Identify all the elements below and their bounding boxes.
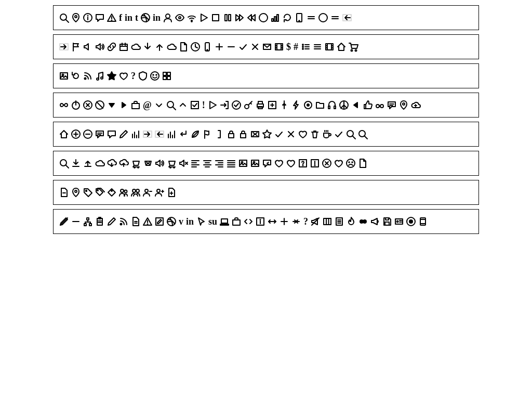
exit-icon [219,100,230,110]
briefcase-icon [231,216,242,227]
disc-icon [406,216,416,227]
flag-icon [71,42,81,52]
icon-row-1: fintin [53,5,479,30]
download-icon [71,158,81,168]
arrow-up-thick-icon [154,42,165,52]
document-plus-icon [166,187,177,198]
megaphone-off-icon [310,216,321,227]
chat-reply-icon [262,158,272,168]
chat-lines-icon [95,129,105,139]
pushpin-icon [279,100,289,110]
arrow-left-box-icon [342,12,352,23]
play-triangle-icon [198,12,209,23]
check-icon [274,129,284,139]
cart-handle-icon [130,158,141,168]
map-pin-icon [71,187,81,198]
search-icon [59,158,69,168]
mail-x-icon [250,129,260,139]
search-icon [357,129,368,139]
headphones-icon [327,100,337,110]
user-pair-icon [118,187,129,198]
save-icon [382,216,392,227]
briefcase-icon [130,100,141,110]
megaphone-icon [370,216,380,227]
volume-on-icon [154,158,165,168]
coffee-icon [322,129,332,139]
cloud-plus-icon [410,100,421,110]
trash-icon [310,129,320,139]
link-icon [107,42,117,52]
caret-up-icon [178,100,188,110]
bar-chart-icon [130,129,141,139]
cloud-icon [166,42,177,52]
arrow-left-box-icon [154,129,165,139]
device-icon [418,216,428,227]
warning-triangle-icon [142,216,153,227]
sitemap-icon [83,216,93,227]
bolt-icon [291,100,301,110]
arrow-right-box-icon [59,42,69,52]
tag-icon [83,187,93,198]
x-thin-icon [286,129,296,139]
minus-circle-icon [83,129,93,139]
x-circle-icon [83,100,93,110]
facebook-f-icon: f [118,12,123,23]
user-minus-icon [142,187,153,198]
calendar-icon [118,42,129,52]
plus-icon [279,216,289,227]
key-icon [243,100,254,110]
home-icon [336,42,347,52]
lock-open-icon [238,129,248,139]
question-icon: ? [130,71,136,81]
map-pin-icon [398,100,409,110]
x-icon [250,42,260,52]
vine-v-icon: v [178,216,184,227]
align-left-icon [190,158,201,168]
music-note-icon [95,71,105,81]
id-card-icon [394,216,404,227]
film-icon [324,42,335,52]
document-text-icon [130,216,141,227]
icon-row-3: ? [53,63,479,88]
record-dots-icon [358,216,368,227]
icon-row-8: vinsu? [53,209,479,234]
align-right-icon [214,158,224,168]
pencil-icon [107,216,117,227]
circle-icon [258,12,269,23]
chat-icon [107,129,117,139]
dribbble-icon [166,216,177,227]
sad-face-icon [345,158,356,168]
resize-h-icon [267,216,277,227]
caret-right-solid-icon [118,100,129,110]
minus-icon [71,216,81,227]
linkedin-in-icon: in [185,216,194,227]
code-icon [243,216,254,227]
icon-row-5 [53,122,479,147]
check-icon [238,42,248,52]
circle-icon [318,12,328,23]
search-icon [166,100,176,110]
tags-icon [95,187,105,198]
star-solid-icon [107,71,117,81]
star-outline-icon [262,129,272,139]
target-icon [303,100,313,110]
tumblr-t-icon: t [135,12,139,23]
document-icon [357,158,368,168]
cloud-up-icon [118,158,129,168]
columns-icon [322,216,332,227]
tag-alt-icon [107,187,117,198]
menu-short-icon [330,12,340,23]
dollar-icon: $ [286,42,291,52]
checkbox-icon [190,100,200,110]
smiley-icon [150,71,160,81]
exclaim-square-icon [310,158,320,168]
cart-handle-icon [166,158,177,168]
power-icon [71,100,81,110]
hash-icon: # [293,42,299,52]
plus-circle-icon [71,129,81,139]
menu-short-icon [306,12,316,23]
image-icon [250,158,260,168]
search-icon [59,12,69,23]
at-icon: @ [142,100,152,110]
merge-icon [291,216,301,227]
